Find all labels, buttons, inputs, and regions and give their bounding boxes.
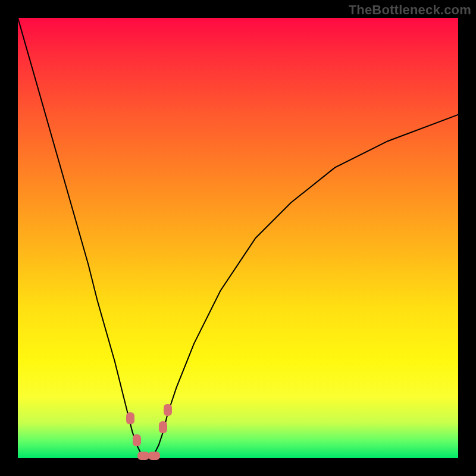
marker-left-shoulder xyxy=(126,412,134,424)
marker-trough-left xyxy=(137,452,149,460)
marker-trough-right xyxy=(148,452,160,460)
bottleneck-curve xyxy=(18,18,458,458)
marker-right-shoulder xyxy=(164,404,172,416)
plot-background-gradient xyxy=(18,18,458,458)
chart-frame: TheBottleneck.com xyxy=(0,0,476,476)
marker-left-knee xyxy=(133,434,141,446)
watermark-text: TheBottleneck.com xyxy=(349,2,471,18)
plot-inner xyxy=(18,18,458,458)
marker-right-knee xyxy=(159,421,167,433)
